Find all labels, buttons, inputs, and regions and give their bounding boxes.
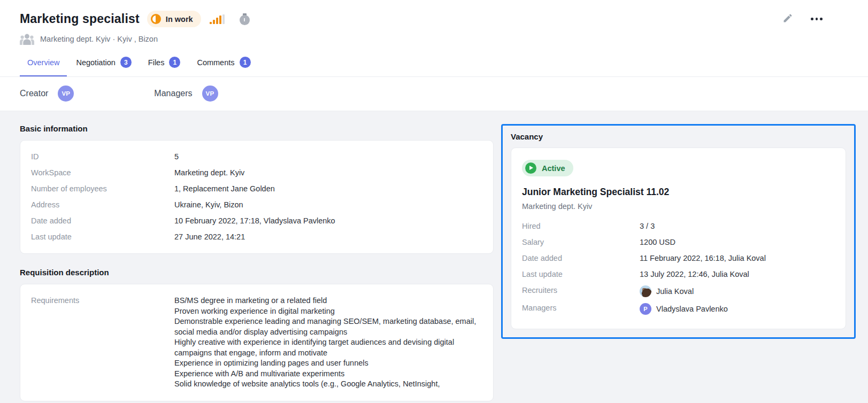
info-label: ID: [31, 152, 174, 162]
info-label: Salary: [522, 237, 640, 247]
basic-information-card: ID 5 WorkSpace Marketing dept. Kyiv Numb…: [20, 140, 494, 254]
info-value: 1200 USD: [640, 237, 675, 247]
requisition-title: Requisition description: [20, 268, 494, 277]
creator-label: Creator: [20, 89, 48, 98]
requirements-label: Requirements: [31, 296, 174, 306]
vacancy-row-last-update: Last update 13 July 2022, 12:46, Julia K…: [522, 269, 835, 280]
vacancy-highlighted-section: Vacancy Active Junior Marketing Speciali…: [501, 124, 856, 339]
vacancy-row-date-added: Date added 11 February 2022, 16:18, Juli…: [522, 253, 835, 264]
recruiter-person[interactable]: Julia Koval: [640, 285, 694, 297]
half-filled-circle-icon: [151, 14, 161, 24]
vacancy-card[interactable]: Active Junior Marketing Specialist 11.02…: [511, 148, 846, 329]
vacancy-workspace: Marketing dept. Kyiv: [522, 202, 835, 211]
requirements-row: Requirements BS/MS degree in marketing o…: [31, 296, 482, 390]
pencil-icon: [782, 13, 793, 25]
creator-group: Creator VP: [20, 86, 74, 102]
info-row-workspace: WorkSpace Marketing dept. Kyiv: [31, 168, 482, 178]
more-actions-button[interactable]: [810, 12, 824, 26]
info-value: 27 June 2022, 14:21: [174, 232, 245, 242]
info-row-date-added: Date added 10 February 2022, 17:18, Vlad…: [31, 216, 482, 226]
tab-negotiation[interactable]: Negotiation 3: [68, 57, 139, 76]
tab-label: Overview: [27, 58, 59, 67]
managers-group: Managers VP: [154, 86, 218, 102]
info-label: Date added: [31, 216, 174, 226]
info-label: Managers: [522, 303, 640, 313]
info-row-address: Address Ukraine, Kyiv, Bizon: [31, 200, 482, 210]
info-value: 10 February 2022, 17:18, Vladyslava Pavl…: [174, 216, 335, 226]
managers-avatar[interactable]: VP: [202, 86, 218, 102]
tab-label: Files: [148, 58, 165, 67]
info-label: Last update: [522, 269, 640, 280]
requisition-card: Requirements BS/MS degree in marketing o…: [20, 284, 494, 401]
people-icon: [20, 33, 34, 45]
title-row: Marketing specialist In work: [20, 11, 848, 27]
header-actions: [781, 12, 848, 26]
info-label: Recruiters: [522, 285, 640, 296]
info-value: 3 / 3: [640, 221, 655, 231]
tab-comments[interactable]: Comments 1: [189, 57, 258, 76]
manager-name: Vladyslava Pavlenko: [656, 304, 728, 314]
vacancy-rows: Hired 3 / 3 Salary 1200 USD Date added 1…: [522, 221, 835, 315]
info-value: Marketing dept. Kyiv: [174, 168, 244, 178]
tab-label: Negotiation: [76, 58, 115, 67]
info-value: 13 July 2022, 12:46, Julia Koval: [640, 269, 749, 280]
vacancy-detail-page: Marketing specialist In work: [0, 0, 868, 403]
requirement-line: Highly creative with experience in ident…: [174, 337, 482, 358]
tab-count-badge: 1: [169, 57, 180, 68]
manager-avatar: P: [640, 303, 651, 315]
info-value: 11 February 2022, 16:18, Julia Koval: [640, 253, 766, 264]
stopwatch-icon[interactable]: [240, 13, 250, 25]
vacancy-row-managers: Managers P Vladyslava Pavlenko: [522, 303, 835, 315]
info-label: Date added: [522, 253, 640, 264]
ellipsis-icon: [811, 18, 823, 20]
requirement-line: Experience with A/B and multivariate exp…: [174, 369, 482, 379]
manager-person[interactable]: P Vladyslava Pavlenko: [640, 303, 728, 315]
signal-bars-icon[interactable]: [210, 14, 225, 24]
page-title: Marketing specialist: [20, 12, 140, 26]
tab-count-badge: 1: [240, 57, 251, 68]
vacancy-name[interactable]: Junior Marketing Specialist 11.02: [522, 187, 835, 198]
managers-label: Managers: [154, 89, 192, 98]
status-badge-label: In work: [166, 15, 193, 24]
workspace-subtitle-row: Marketing dept. Kyiv · Kyiv , Bizon: [20, 33, 848, 45]
info-value: 5: [174, 152, 179, 162]
tab-overview[interactable]: Overview: [20, 57, 67, 76]
tab-files[interactable]: Files 1: [141, 57, 188, 76]
creator-avatar[interactable]: VP: [58, 86, 74, 102]
recruiter-avatar-photo: [640, 285, 651, 297]
vacancy-section-title: Vacancy: [511, 132, 846, 141]
requirements-text: BS/MS degree in marketing or a related f…: [174, 296, 482, 390]
requirement-line: Solid knowledge of website analytics too…: [174, 379, 482, 390]
requirement-line: BS/MS degree in marketing or a related f…: [174, 296, 482, 306]
info-row-employees: Number of employees 1, Replacement Jane …: [31, 184, 482, 194]
info-label: Number of employees: [31, 184, 174, 194]
vacancy-status-badge[interactable]: Active: [522, 160, 573, 176]
left-column: Basic information ID 5 WorkSpace Marketi…: [20, 124, 494, 401]
info-row-last-update: Last update 27 June 2022, 14:21: [31, 232, 482, 242]
vacancy-row-recruiters: Recruiters Julia Koval: [522, 285, 835, 297]
info-label: Hired: [522, 221, 640, 231]
basic-information-title: Basic information: [20, 124, 494, 133]
recruiter-name: Julia Koval: [656, 286, 694, 297]
requirement-line: Demonstrable experience leading and mana…: [174, 316, 482, 337]
tab-bar: Overview Negotiation 3 Files 1 Comments …: [20, 57, 848, 76]
info-label: Address: [31, 200, 174, 210]
info-label: WorkSpace: [31, 168, 174, 178]
tab-count-badge: 3: [120, 57, 132, 68]
info-label: Last update: [31, 232, 174, 242]
vacancy-row-hired: Hired 3 / 3: [522, 221, 835, 231]
status-badge[interactable]: In work: [147, 11, 201, 27]
page-header: Marketing specialist In work: [0, 0, 868, 76]
edit-button[interactable]: [781, 12, 795, 26]
requirement-line: Experience in optimizing landing pages a…: [174, 358, 482, 369]
info-row-id: ID 5: [31, 152, 482, 162]
content-area: Basic information ID 5 WorkSpace Marketi…: [0, 111, 868, 403]
vacancy-row-salary: Salary 1200 USD: [522, 237, 835, 247]
tab-label: Comments: [197, 58, 234, 67]
vacancy-status-label: Active: [542, 164, 565, 173]
info-value: 1, Replacement Jane Golden: [174, 184, 275, 194]
info-value: Ukraine, Kyiv, Bizon: [174, 200, 243, 210]
requirement-line: Proven working experience in digital mar…: [174, 306, 482, 317]
right-column: Vacancy Active Junior Marketing Speciali…: [501, 124, 856, 339]
play-icon: [525, 162, 536, 174]
